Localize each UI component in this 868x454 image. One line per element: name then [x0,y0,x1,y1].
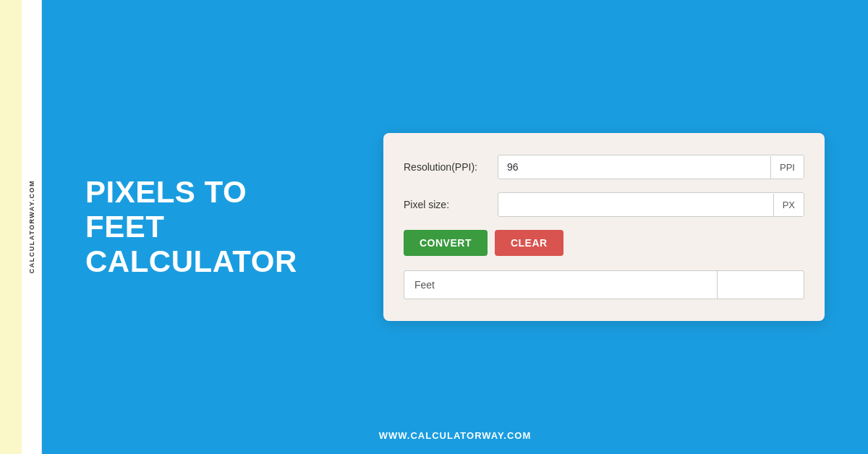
calculator-card: Resolution(PPI): PPI Pixel size: PX CONV… [383,133,825,321]
result-row: Feet [404,270,804,299]
resolution-unit: PPI [770,156,804,179]
buttons-row: CONVERT CLEAR [404,230,804,256]
pixel-unit: PX [773,194,804,216]
convert-button[interactable]: CONVERT [404,230,488,256]
result-value [717,271,804,299]
resolution-input-wrapper: PPI [498,155,804,179]
sidebar-brand-text: CALCULATORWAY.COM [28,180,35,273]
pixel-label: Pixel size: [404,199,498,210]
result-label: Feet [404,272,717,298]
left-yellow-strip [0,0,22,454]
pixel-input[interactable] [498,193,773,216]
resolution-row: Resolution(PPI): PPI [404,155,804,179]
resolution-input[interactable] [498,155,770,179]
pixel-input-wrapper: PX [498,192,804,217]
resolution-label: Resolution(PPI): [404,161,498,173]
footer-url: WWW.CALCULATORWAY.COM [379,430,531,441]
title-section: PIXELS TO FEET CALCULATOR [85,175,331,280]
pixel-size-row: Pixel size: PX [404,192,804,217]
main-content: PIXELS TO FEET CALCULATOR Resolution(PPI… [42,0,868,454]
sidebar: CALCULATORWAY.COM [22,0,42,454]
clear-button[interactable]: CLEAR [495,230,563,256]
page-title: PIXELS TO FEET CALCULATOR [85,175,331,280]
